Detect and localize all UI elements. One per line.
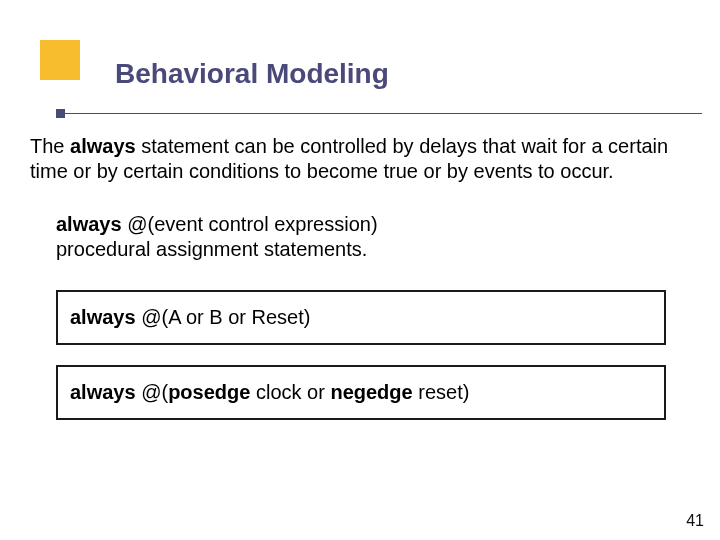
syntax-block: always @(event control expression) proce… bbox=[56, 212, 666, 262]
keyword-posedge: posedge bbox=[168, 381, 250, 403]
slide-body: The always statement can be controlled b… bbox=[30, 134, 690, 420]
text-fragment: @(A or B or Reset) bbox=[136, 306, 311, 328]
text-fragment: @(event control expression) bbox=[122, 213, 378, 235]
text-fragment: The bbox=[30, 135, 70, 157]
slide: Behavioral Modeling The always statement… bbox=[0, 0, 720, 540]
text-fragment: clock or bbox=[250, 381, 330, 403]
keyword-always: always bbox=[70, 306, 136, 328]
text-fragment: procedural assignment statements. bbox=[56, 238, 367, 260]
example-box-1: always @(A or B or Reset) bbox=[56, 290, 666, 345]
text-fragment: reset) bbox=[413, 381, 470, 403]
slide-title: Behavioral Modeling bbox=[115, 58, 389, 90]
keyword-negedge: negedge bbox=[330, 381, 412, 403]
keyword-always: always bbox=[70, 135, 136, 157]
bullet-square-icon bbox=[56, 109, 65, 118]
accent-square-icon bbox=[40, 40, 80, 80]
horizontal-rule bbox=[62, 113, 702, 114]
text-fragment: @( bbox=[136, 381, 169, 403]
keyword-always: always bbox=[56, 213, 122, 235]
page-number: 41 bbox=[686, 512, 704, 530]
spacer bbox=[30, 345, 690, 365]
example-box-2: always @(posedge clock or negedge reset) bbox=[56, 365, 666, 420]
keyword-always: always bbox=[70, 381, 136, 403]
slide-header: Behavioral Modeling bbox=[30, 40, 690, 130]
intro-paragraph: The always statement can be controlled b… bbox=[30, 134, 670, 184]
spacer bbox=[30, 262, 690, 290]
